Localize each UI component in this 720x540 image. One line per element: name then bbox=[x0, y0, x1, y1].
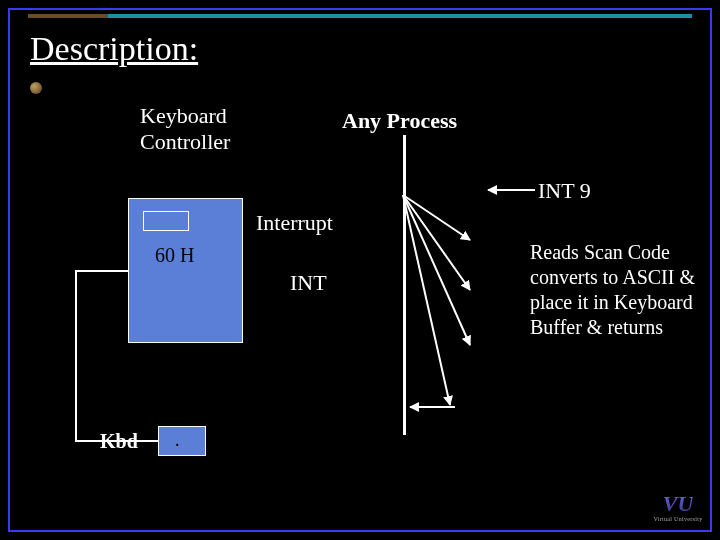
logo-text: VU bbox=[663, 494, 694, 514]
any-process-label: Any Process bbox=[342, 108, 457, 134]
reads-scan-text: Reads Scan Code converts to ASCII & plac… bbox=[530, 240, 700, 340]
text-line: Keyboard bbox=[140, 103, 227, 128]
port-60h-label: 60 H bbox=[155, 244, 194, 267]
interrupt-label: Interrupt bbox=[256, 210, 333, 236]
connector-line bbox=[75, 270, 77, 440]
vu-logo: VU Virtual University bbox=[650, 488, 706, 528]
port-box bbox=[128, 198, 243, 343]
int9-label: INT 9 bbox=[538, 178, 591, 204]
kbd-dot: . bbox=[175, 430, 180, 451]
logo-subtext: Virtual University bbox=[654, 516, 703, 522]
text-line: Controller bbox=[140, 129, 230, 154]
connector-line bbox=[75, 270, 128, 272]
process-timeline bbox=[403, 135, 406, 435]
slide-title: Description: bbox=[30, 30, 198, 68]
connector-line bbox=[75, 440, 158, 442]
kbd-box bbox=[158, 426, 206, 456]
keyboard-controller-label: Keyboard Controller bbox=[140, 103, 230, 156]
int-label: INT bbox=[290, 270, 327, 296]
port-inner-box bbox=[143, 211, 189, 231]
accent-bar bbox=[28, 14, 692, 18]
bullet-icon bbox=[30, 82, 42, 94]
